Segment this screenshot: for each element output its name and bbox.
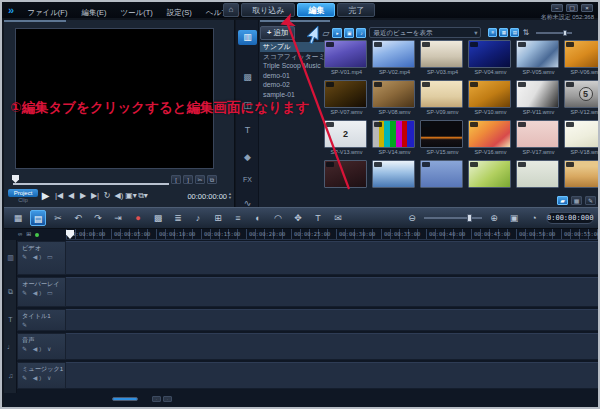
zoom-out-button[interactable]: ⊖: [404, 210, 420, 226]
media-thumbnail[interactable]: [516, 120, 559, 148]
media-thumbnail[interactable]: [564, 120, 598, 148]
media-thumbnail[interactable]: [420, 80, 463, 108]
timeline-timecode[interactable]: 0:00:00:000: [546, 212, 594, 224]
nav-filter-icon[interactable]: FX: [238, 172, 257, 187]
snapshot-button[interactable]: ▣▾: [125, 189, 137, 203]
library-filter-dropdown[interactable]: 最近のビューを表示▾: [369, 27, 481, 38]
detail-view-button[interactable]: ▤: [510, 28, 519, 37]
track-controls[interactable]: ✎ ◀) ∨: [22, 374, 65, 381]
tab-取り込み[interactable]: 取り込み: [241, 3, 295, 17]
show-audio-button[interactable]: ♪: [356, 28, 366, 38]
resize-button[interactable]: ✥: [290, 210, 306, 226]
sort-icon[interactable]: ⇅: [522, 28, 529, 37]
media-thumbnail[interactable]: [324, 40, 367, 68]
timeline-zoom-slider[interactable]: [424, 217, 482, 219]
project-mode-label[interactable]: Project: [8, 189, 38, 197]
import-media-icon[interactable]: ▱: [322, 28, 329, 38]
media-thumbnail[interactable]: [420, 160, 463, 188]
record-capture-button[interactable]: ●: [130, 210, 146, 226]
media-thumbnail[interactable]: [324, 80, 367, 108]
media-thumbnail[interactable]: [372, 80, 415, 108]
grid-options-button[interactable]: ▦: [571, 196, 582, 205]
redo-button[interactable]: ↷: [90, 210, 106, 226]
track-controls[interactable]: ✎: [22, 321, 65, 328]
track-controls[interactable]: ✎ ◀) ▭: [22, 253, 65, 260]
track-controls[interactable]: ✎ ◀) ▭: [22, 289, 65, 296]
preview-timecode[interactable]: 00:00:00:00▲▼: [187, 192, 232, 201]
media-thumbnail[interactable]: [468, 80, 511, 108]
scrubber-handle[interactable]: [12, 175, 19, 183]
enlarge-preview-button[interactable]: ⧉▾: [137, 189, 149, 203]
overlay-track-lane[interactable]: [66, 277, 600, 307]
timecode-spinner[interactable]: ▲▼: [228, 192, 232, 200]
import-folder-button[interactable]: ▰: [557, 196, 568, 205]
mark-out-button[interactable]: ]: [183, 175, 193, 184]
zoom-in-button[interactable]: ⊕: [486, 210, 502, 226]
title-options-button[interactable]: T: [310, 210, 326, 226]
end-button[interactable]: ▶|: [89, 189, 101, 203]
track-controls[interactable]: ✎ ◀) ∨: [22, 345, 65, 352]
timeline-view-button[interactable]: ▤: [30, 210, 46, 226]
envelope-button[interactable]: ✉: [330, 210, 346, 226]
media-thumbnail[interactable]: [420, 120, 463, 148]
media-thumbnail[interactable]: [468, 120, 511, 148]
instant-project-button[interactable]: ▩: [150, 210, 166, 226]
media-thumbnail[interactable]: [372, 120, 415, 148]
ripple-edit-button[interactable]: ⇥: [110, 210, 126, 226]
voice-track-header[interactable]: 音声✎ ◀) ∨: [17, 333, 66, 360]
home-button[interactable]: ⌂: [223, 3, 239, 17]
nav-media-icon[interactable]: ▥: [238, 30, 257, 45]
music-track-header[interactable]: ミュージック1✎ ◀) ∨: [17, 362, 66, 389]
menu-item-3[interactable]: 設定(S): [160, 8, 199, 17]
video-track-header[interactable]: ビデオ✎ ◀) ▭: [17, 241, 66, 275]
media-thumbnail[interactable]: 5: [564, 80, 598, 108]
show-photos-button[interactable]: ▣: [344, 28, 354, 38]
media-thumbnail[interactable]: [468, 160, 511, 188]
edit-library-button[interactable]: ✎: [585, 196, 596, 205]
nav-graphic-icon[interactable]: ◆: [238, 150, 257, 165]
mode-toggle[interactable]: Project Clip: [8, 189, 38, 204]
title-track-header[interactable]: タイトル1✎: [17, 309, 66, 331]
system-volume-button[interactable]: ◀): [113, 189, 125, 203]
split-clip-button[interactable]: ✂: [195, 175, 205, 184]
gallery-item[interactable]: スコアフィッターミュー…: [260, 52, 324, 62]
media-thumbnail[interactable]: [468, 40, 511, 68]
media-thumbnail[interactable]: [372, 40, 415, 68]
thumbnail-view-button[interactable]: ▦: [499, 28, 508, 37]
scroll-button-1[interactable]: ·: [163, 396, 172, 402]
gallery-item[interactable]: sample-01: [260, 90, 324, 100]
timeline-ruler[interactable]: 00:00:00:0000:00:05:0000:00:10:0000:00:1…: [66, 229, 600, 240]
music-track-lane[interactable]: [66, 362, 600, 389]
subtitle-button[interactable]: ⊞: [210, 210, 226, 226]
scrollbar-thumb[interactable]: [112, 397, 138, 401]
auto-music-button[interactable]: ♪: [190, 210, 206, 226]
menu-item-2[interactable]: ツール(T): [113, 8, 159, 17]
thumbnail-size-slider[interactable]: [536, 32, 572, 34]
scrubber-track[interactable]: [13, 183, 169, 185]
tab-完了[interactable]: 完了: [337, 3, 375, 17]
previous-frame-button[interactable]: ◀: [65, 189, 77, 203]
media-thumbnail[interactable]: [324, 160, 367, 188]
overlay-track-header[interactable]: オーバーレイ✎ ◀) ▭: [17, 277, 66, 307]
gallery-item[interactable]: demo-02: [260, 80, 324, 90]
project-duration-button[interactable]: ◔: [526, 210, 542, 226]
video-track-lane[interactable]: [66, 241, 600, 275]
chain-icon[interactable]: ∞: [18, 230, 22, 239]
list-view-button[interactable]: ≡: [488, 28, 497, 37]
minimize-button[interactable]: −: [551, 4, 563, 12]
timeline-scrollbar[interactable]: ··: [66, 396, 594, 402]
gallery-item[interactable]: Triple Scoop Music: [260, 61, 324, 71]
chroma-key-button[interactable]: ◐: [250, 210, 266, 226]
media-thumbnail[interactable]: [420, 40, 463, 68]
speech-bubble-button[interactable]: ◠: [270, 210, 286, 226]
media-thumbnail[interactable]: [372, 160, 415, 188]
mark-in-button[interactable]: [: [171, 175, 181, 184]
media-thumbnail[interactable]: [516, 160, 559, 188]
maximize-button[interactable]: ▢: [566, 4, 578, 12]
track-manager-button[interactable]: ≡: [230, 210, 246, 226]
menu-item-1[interactable]: 編集(E): [74, 8, 113, 17]
title-track-lane[interactable]: [66, 309, 600, 331]
media-thumbnail[interactable]: [516, 80, 559, 108]
media-thumbnail[interactable]: [564, 40, 598, 68]
show-videos-button[interactable]: ▸: [332, 28, 342, 38]
